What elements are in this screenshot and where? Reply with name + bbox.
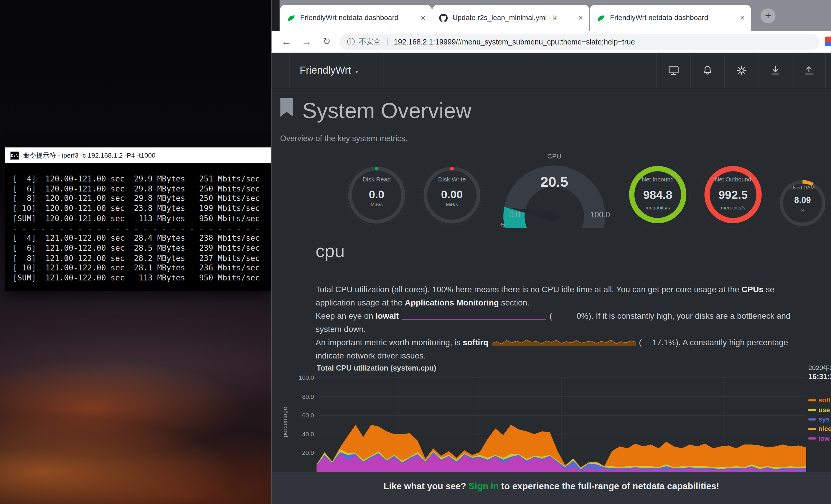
netdata-navbar: FriendlyWrt▾ [272, 53, 831, 89]
netdata-favicon-icon [287, 13, 295, 22]
chart-title: Total CPU utilization (system.cpu) [317, 364, 436, 372]
gauge-unit: megabits/s [696, 205, 770, 211]
legend-item[interactable]: use [808, 405, 831, 414]
chevron-down-icon: ▾ [355, 68, 358, 75]
legend-item[interactable]: nice [808, 424, 831, 434]
chart-legend: softusesysniceiow [808, 395, 831, 443]
link-applications-monitoring[interactable]: Applications Monitoring [405, 298, 498, 307]
text: Keep an eye on [316, 312, 375, 321]
gauge-used-ram[interactable]: Used RAM 8.09 % [773, 171, 831, 240]
sign-in-link[interactable]: Sign in [469, 481, 499, 491]
navbar-divider [289, 53, 290, 88]
reload-button[interactable]: ↻ [319, 34, 334, 49]
print-mode-button[interactable] [656, 53, 690, 88]
tab-close-icon[interactable]: × [420, 14, 426, 22]
browser-window: FriendlyWrt netdata dashboard × Update r… [272, 0, 831, 504]
terminal-body: [ 4] 120.00-121.00 sec 29.9 MBytes 251 M… [5, 163, 271, 291]
text: ( [549, 312, 552, 321]
site-info-icon[interactable]: ⓘ [347, 37, 355, 47]
page-subtitle: Overview of the key system metrics. [280, 134, 407, 143]
security-label: 不安全 [359, 37, 381, 47]
footer-text: Like what you see? [383, 481, 468, 491]
back-button[interactable]: ← [279, 34, 294, 49]
softirq-value: 17.1% [653, 338, 676, 347]
terminal-title: 命令提示符 - iperf3 -c 192.168.1.2 -P4 -t1000 [23, 151, 155, 160]
gauge-unit: MiB/s [418, 202, 487, 207]
cpu-description-line: An important metric worth monitoring, is… [316, 338, 831, 347]
gauge-label: Disk Write [418, 176, 487, 183]
legend-item[interactable]: iow [808, 434, 831, 443]
iowait-sparkline-chart[interactable] [402, 312, 546, 320]
text: ). If it is constantly high, your disks … [589, 312, 790, 321]
netdata-page: FriendlyWrt▾ [272, 53, 831, 504]
footer-text: to experience the full-range of netdata … [499, 481, 719, 491]
legend-label: nice [818, 425, 831, 433]
gauge-net-outbound[interactable]: Net Outbound 992.5 megabits/s [696, 156, 770, 235]
terminal-output: [ 4] 120.00-121.00 sec 29.9 MBytes 251 M… [13, 174, 271, 283]
terminal-window[interactable]: C:\ 命令提示符 - iperf3 -c 192.168.1.2 -P4 -t… [5, 147, 271, 291]
alarms-button[interactable] [690, 53, 724, 88]
export-snapshot-button[interactable] [792, 53, 826, 88]
cmd-prompt-icon: C:\ [10, 151, 19, 159]
gauge-value: 20.5 [494, 174, 614, 190]
legend-swatch [808, 399, 816, 401]
tab-close-icon[interactable]: × [739, 14, 746, 22]
legend-label: sys [818, 416, 830, 423]
text: An important metric worth monitoring, is [316, 338, 463, 347]
new-tab-button[interactable]: + [761, 8, 775, 23]
gauge-net-inbound[interactable]: Net Inbound 984.8 megabits/s [621, 156, 695, 235]
address-bar[interactable]: ⓘ 不安全 192.168.2.1:19999/#menu_system_sub… [340, 34, 820, 50]
import-snapshot-button[interactable] [758, 53, 792, 88]
gauge-disk-write[interactable]: Disk Write 0.00 MiB/s [418, 157, 487, 237]
gauge-max: 100.0 [590, 210, 610, 219]
gauge-cpu[interactable]: CPU 20.5 0.0 100.0 % [494, 153, 614, 237]
gauge-value: 0.00 [418, 188, 487, 201]
text: application usage at the [316, 298, 405, 307]
legend-swatch [808, 438, 816, 440]
tab-close-icon[interactable]: × [577, 14, 584, 22]
text: Total CPU utilization (all cores). 100% … [316, 285, 741, 294]
url-text[interactable]: 192.168.2.1:19999/#menu_system_submenu_c… [394, 38, 635, 46]
screen: C:\ 命令提示符 - iperf3 -c 192.168.1.2 -P4 -t… [0, 0, 831, 504]
link-cpus[interactable]: CPUs [741, 285, 763, 294]
gauge-unit: % [500, 221, 505, 228]
browser-tab-2[interactable]: Update r2s_lean_minimal.yml · k × [432, 5, 590, 31]
text: ). A constantly high percentage [676, 338, 788, 347]
legend-label: iow [818, 435, 830, 442]
iowait-value: 0% [577, 312, 589, 321]
gauge-value: 8.09 [773, 196, 831, 205]
window-frame-edge [272, 0, 280, 31]
gauge-disk-read[interactable]: Disk Read 0.0 MiB/s [342, 157, 411, 237]
host-dropdown[interactable]: FriendlyWrt▾ [300, 53, 358, 88]
softirq-label: softirq [463, 338, 488, 347]
browser-tab-1[interactable]: FriendlyWrt netdata dashboard × [280, 5, 432, 31]
gauge-unit: % [773, 208, 831, 213]
gauge-unit: MiB/s [342, 202, 411, 207]
upload-icon [803, 65, 815, 77]
legend-item[interactable]: sys [808, 415, 831, 424]
monitor-icon [667, 65, 679, 77]
chart-date: 2020年3 [808, 364, 831, 373]
legend-item[interactable]: soft [808, 395, 831, 405]
text: ( [639, 338, 641, 347]
cpu-utilization-chart[interactable] [317, 378, 806, 472]
extension-icon[interactable] [825, 36, 831, 46]
chart-time: 16:31:2 [808, 372, 831, 381]
page-title: System Overview [302, 99, 471, 124]
forward-button[interactable]: → [299, 34, 314, 49]
softirq-sparkline-chart[interactable] [491, 338, 636, 347]
terminal-titlebar[interactable]: C:\ 命令提示符 - iperf3 -c 192.168.1.2 -P4 -t… [5, 147, 271, 163]
iowait-label: iowait [375, 312, 399, 321]
cpu-description-line: application usage at the Applications Mo… [316, 298, 831, 307]
y-axis-tick: 40.0 [293, 431, 314, 438]
text: section. [499, 298, 529, 307]
tab-title: FriendlyWrt netdata dashboard [610, 14, 734, 22]
github-favicon-icon [439, 13, 448, 22]
gauge-label: CPU [494, 153, 614, 160]
browser-tab-3-active[interactable]: FriendlyWrt netdata dashboard × [590, 5, 751, 31]
settings-button[interactable] [724, 53, 758, 88]
cpu-description-line: indicate network driver issues. [316, 351, 831, 360]
legend-label: soft [818, 396, 830, 404]
cpu-description-line: system down. [316, 325, 831, 334]
cpu-description-line: Total CPU utilization (all cores). 100% … [316, 285, 831, 294]
